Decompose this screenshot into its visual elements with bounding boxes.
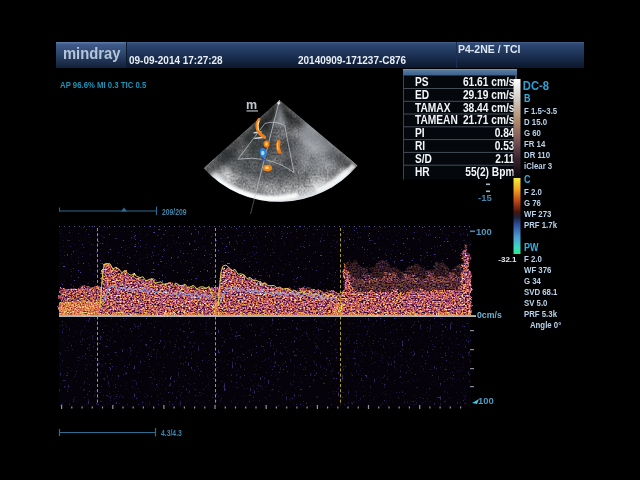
svg-text:PW: PW [524, 242, 539, 254]
svg-text:61.61 cm/s: 61.61 cm/s [463, 75, 515, 88]
svg-text:38.44 cm/s: 38.44 cm/s [463, 101, 515, 114]
svg-text:G 60: G 60 [524, 127, 541, 138]
svg-text:29.19 cm/s: 29.19 cm/s [463, 88, 515, 101]
svg-text:WF 376: WF 376 [524, 265, 552, 276]
svg-text:F 2.0: F 2.0 [524, 187, 542, 198]
svg-text:0.53: 0.53 [495, 139, 515, 152]
svg-text:WF 273: WF 273 [524, 208, 552, 219]
svg-text:C: C [524, 173, 531, 185]
svg-text:mindray: mindray [63, 45, 121, 63]
svg-text:HR: HR [415, 165, 430, 178]
svg-text:0cm/s: 0cm/s [477, 310, 502, 320]
svg-text:m: m [246, 98, 257, 112]
svg-text:PI: PI [415, 126, 425, 139]
svg-text:100: 100 [478, 395, 494, 406]
svg-text:F 2.0: F 2.0 [524, 254, 542, 265]
svg-text:PRF 5.3k: PRF 5.3k [524, 309, 557, 320]
svg-text:2.11: 2.11 [495, 152, 514, 165]
svg-text:ED: ED [415, 88, 429, 101]
svg-text:PS: PS [415, 75, 429, 88]
svg-text:21.71 cm/s: 21.71 cm/s [463, 114, 515, 127]
svg-text:SV 5.0: SV 5.0 [524, 298, 548, 309]
svg-text:AP 96.6% MI 0.3 TIC 0.5: AP 96.6% MI 0.3 TIC 0.5 [60, 79, 146, 90]
svg-text:55(2) Bpm: 55(2) Bpm [465, 165, 514, 178]
svg-text:4.3/4.3: 4.3/4.3 [161, 429, 182, 439]
svg-text:SVD 68.1: SVD 68.1 [524, 287, 558, 298]
svg-text:G 34: G 34 [524, 276, 541, 287]
svg-text:-15: -15 [478, 192, 492, 203]
svg-text:DR 110: DR 110 [524, 149, 550, 160]
svg-text:PRF 1.7k: PRF 1.7k [524, 219, 557, 230]
svg-text:B: B [524, 93, 531, 105]
svg-text:09-09-2014 17:27:28: 09-09-2014 17:27:28 [129, 55, 223, 66]
svg-text:S/D: S/D [415, 152, 432, 165]
svg-text:Angle 0°: Angle 0° [530, 320, 562, 331]
svg-text:TAMAX: TAMAX [415, 101, 451, 114]
svg-text:0.84: 0.84 [495, 126, 516, 139]
svg-text:D 15.0: D 15.0 [524, 116, 547, 127]
svg-text:RI: RI [415, 139, 425, 152]
svg-text:DC-8: DC-8 [523, 78, 549, 93]
svg-text:FR 14: FR 14 [524, 138, 545, 149]
svg-text:G 76: G 76 [524, 197, 541, 208]
svg-text:P4-2NE / TCI: P4-2NE / TCI [458, 43, 521, 55]
svg-text:100: 100 [476, 226, 492, 237]
svg-text:F 1.5~3.5: F 1.5~3.5 [524, 105, 557, 116]
svg-text:TAMEAN: TAMEAN [415, 114, 458, 127]
svg-text:-32.1: -32.1 [498, 255, 517, 264]
svg-text:209/209: 209/209 [162, 208, 187, 218]
svg-text:20140909-171237-C876: 20140909-171237-C876 [298, 55, 406, 66]
svg-text:iClear 3: iClear 3 [524, 160, 552, 171]
